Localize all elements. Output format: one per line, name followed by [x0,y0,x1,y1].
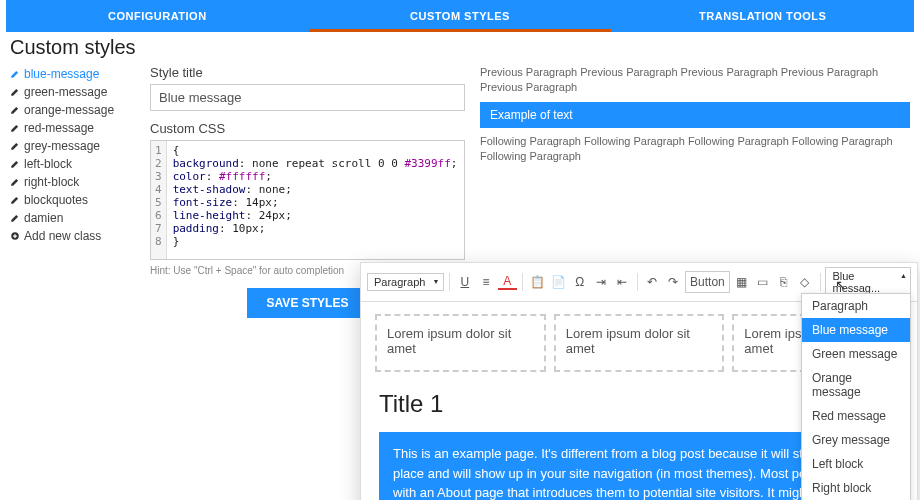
sidebar-item-red-message[interactable]: red-message [10,119,150,137]
underline-icon[interactable]: U [455,271,474,293]
undo-icon[interactable]: ↶ [643,271,662,293]
top-tabs: CONFIGURATION CUSTOM STYLES TRANSLATION … [6,0,914,32]
dd-paragraph[interactable]: Paragraph [802,294,910,318]
clipboard-icon[interactable]: 📄 [549,271,568,293]
sidebar-item-orange-message[interactable]: orange-message [10,101,150,119]
dd-left-block[interactable]: Left block [802,452,910,476]
text-color-icon[interactable]: A [498,274,517,290]
table-icon[interactable]: ▦ [732,271,751,293]
outdent-icon[interactable]: ⇤ [613,271,632,293]
tab-configuration[interactable]: CONFIGURATION [6,0,309,32]
sidebar-item-right-block[interactable]: right-block [10,173,150,191]
rich-editor: Paragraph U ≡ A 📋 📄 Ω ⇥ ⇤ ↶ ↷ Button ▦ ▭… [360,262,918,500]
sidebar-label: left-block [24,157,72,171]
omega-icon[interactable]: Ω [570,271,589,293]
sidebar-label: damien [24,211,63,225]
dd-red-message[interactable]: Red message [802,404,910,428]
sidebar-label: blockquotes [24,193,88,207]
sidebar-add-new-class[interactable]: Add new class [10,227,150,245]
dd-grey-message[interactable]: Grey message [802,428,910,452]
cursor-icon: ↖ [835,277,847,293]
tab-custom-styles[interactable]: CUSTOM STYLES [309,0,612,32]
dd-right-block[interactable]: Right block [802,476,910,500]
css-editor[interactable]: 12345678 { background: none repeat scrol… [150,140,465,260]
paragraph-select[interactable]: Paragraph [367,273,444,291]
sidebar-item-blue-message[interactable]: blue-message [10,65,150,83]
pencil-icon [10,213,20,223]
image-icon[interactable]: ▭ [753,271,772,293]
preview-example-text: Example of text [480,102,910,128]
lorem-box[interactable]: Lorem ipsum dolor sit amet [375,314,546,372]
redo-icon[interactable]: ↷ [664,271,683,293]
sidebar-label: grey-message [24,139,100,153]
sidebar-label: Add new class [24,229,101,243]
preview-next-paragraph: Following Paragraph Following Paragraph … [480,134,910,165]
save-styles-button[interactable]: SAVE STYLES [247,288,369,318]
pencil-icon [10,69,20,79]
sidebar-label: orange-message [24,103,114,117]
plus-circle-icon [10,231,20,241]
sidebar-label: green-message [24,85,107,99]
sidebar-item-grey-message[interactable]: grey-message [10,137,150,155]
style-title-input[interactable] [150,84,465,111]
sidebar: blue-message green-message orange-messag… [10,65,150,318]
sidebar-item-damien[interactable]: damien [10,209,150,227]
sidebar-label: blue-message [24,67,99,81]
pencil-icon [10,87,20,97]
pencil-icon [10,177,20,187]
dd-blue-message[interactable]: Blue message [802,318,910,342]
dd-green-message[interactable]: Green message [802,342,910,366]
pencil-icon [10,159,20,169]
lorem-box[interactable]: Lorem ipsum dolor sit amet [554,314,725,372]
sidebar-item-green-message[interactable]: green-message [10,83,150,101]
indent-icon[interactable]: ⇥ [591,271,610,293]
css-code[interactable]: { background: none repeat scroll 0 0 #33… [167,141,464,259]
custom-css-label: Custom CSS [150,121,465,136]
sidebar-item-blockquotes[interactable]: blockquotes [10,191,150,209]
bookmark-icon[interactable]: ⎘ [774,271,793,293]
eraser-icon[interactable]: ◇ [795,271,814,293]
tab-translation-tools[interactable]: TRANSLATION TOOLS [611,0,914,32]
button-insert[interactable]: Button [685,271,730,293]
style-title-label: Style title [150,65,465,80]
paste-icon[interactable]: 📋 [528,271,547,293]
align-icon[interactable]: ≡ [476,271,495,293]
dd-orange-message[interactable]: Orange message [802,366,910,404]
css-gutter: 12345678 [151,141,167,259]
pencil-icon [10,195,20,205]
pencil-icon [10,123,20,133]
sidebar-label: right-block [24,175,79,189]
sidebar-item-left-block[interactable]: left-block [10,155,150,173]
page-title: Custom styles [10,36,910,59]
pencil-icon [10,105,20,115]
pencil-icon [10,141,20,151]
preview-prev-paragraph: Previous Paragraph Previous Paragraph Pr… [480,65,910,96]
style-dropdown: Paragraph Blue message Green message Ora… [801,293,911,500]
sidebar-label: red-message [24,121,94,135]
